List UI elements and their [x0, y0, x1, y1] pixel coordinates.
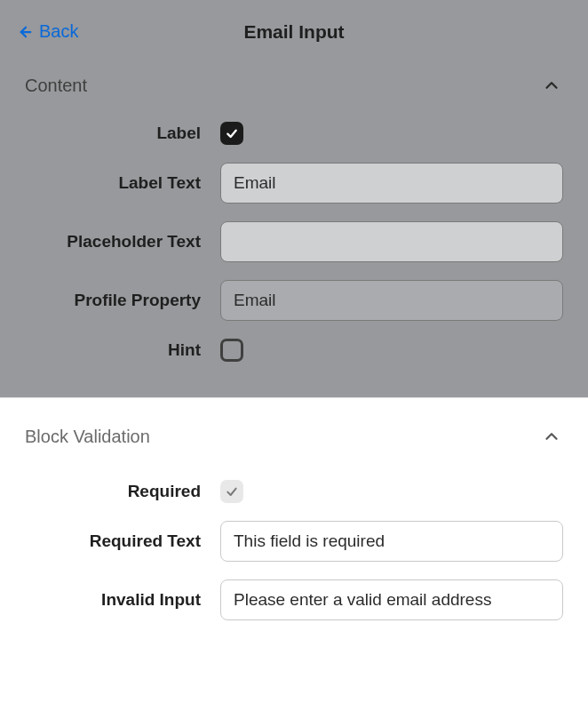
content-section-panel: Back Email Input Content Label Label Tex…: [0, 0, 588, 397]
content-section-title: Content: [25, 76, 87, 96]
label-text-label: Label Text: [25, 173, 201, 193]
header: Back Email Input: [0, 0, 588, 58]
profile-property-label: Profile Property: [25, 291, 201, 310]
content-section-header[interactable]: Content: [0, 58, 588, 122]
back-button[interactable]: Back: [18, 21, 78, 42]
profile-property-value: Email: [234, 291, 276, 310]
page-title: Email Input: [243, 21, 344, 43]
validation-section-header[interactable]: Block Validation: [0, 398, 588, 480]
row-required-text: Required Text: [25, 521, 563, 562]
invalid-input-input[interactable]: [220, 579, 563, 620]
arrow-left-icon: [18, 24, 34, 40]
row-invalid-input: Invalid Input: [25, 579, 563, 620]
content-form-rows: Label Label Text Placeholder Text Profil…: [0, 122, 588, 362]
row-required: Required: [25, 480, 563, 503]
label-text-input[interactable]: [220, 163, 563, 204]
required-checkbox[interactable]: [220, 480, 243, 503]
validation-section-title: Block Validation: [25, 427, 150, 447]
invalid-input-label: Invalid Input: [25, 590, 201, 610]
profile-property-select[interactable]: Email: [220, 280, 563, 321]
chevron-up-icon[interactable]: [540, 74, 563, 97]
back-label: Back: [39, 21, 78, 42]
chevron-up-icon[interactable]: [540, 425, 563, 448]
hint-label: Hint: [25, 340, 201, 360]
check-icon: [225, 484, 239, 499]
check-icon: [225, 126, 239, 140]
required-text-input[interactable]: [220, 521, 563, 562]
validation-section-panel: Block Validation Required Required Text …: [0, 397, 588, 620]
hint-checkbox[interactable]: [220, 339, 243, 362]
row-label: Label: [25, 122, 563, 145]
placeholder-text-label: Placeholder Text: [25, 232, 201, 252]
placeholder-text-input[interactable]: [220, 221, 563, 262]
label-checkbox[interactable]: [220, 122, 243, 145]
row-profile-property: Profile Property Email: [25, 280, 563, 321]
required-text-label: Required Text: [25, 531, 201, 551]
row-label-text: Label Text: [25, 163, 563, 204]
validation-form-rows: Required Required Text Invalid Input: [0, 480, 588, 620]
required-label: Required: [25, 482, 201, 501]
label-label: Label: [25, 124, 201, 143]
row-hint: Hint: [25, 339, 563, 362]
row-placeholder-text: Placeholder Text: [25, 221, 563, 262]
